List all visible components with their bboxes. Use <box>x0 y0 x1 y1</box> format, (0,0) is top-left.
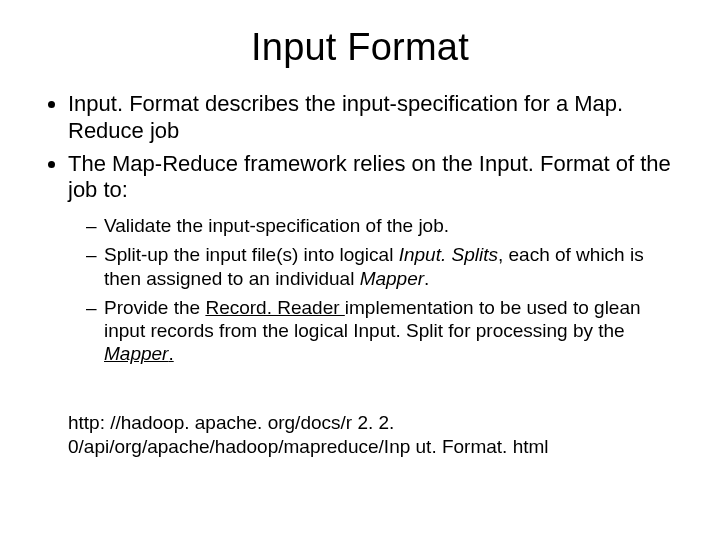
bullet-text: The Map-Reduce framework relies on the I… <box>68 151 671 203</box>
slide-title: Input Format <box>40 26 680 69</box>
link-text[interactable]: Mapper <box>104 343 168 364</box>
bullet-text: Input. Format describes the input-specif… <box>68 91 623 143</box>
sub-bullet-text: . <box>424 268 429 289</box>
sub-bullet-1: Validate the input-specification of the … <box>104 214 680 237</box>
italic-text: Mapper <box>360 268 424 289</box>
sub-bullet-list: Validate the input-specification of the … <box>86 214 680 365</box>
bullet-list: Input. Format describes the input-specif… <box>46 91 680 365</box>
sub-bullet-text: . <box>168 343 173 364</box>
italic-text: Input. Splits <box>399 244 498 265</box>
sub-bullet-3: Provide the Record. Reader implementatio… <box>104 296 680 366</box>
sub-bullet-2: Split-up the input file(s) into logical … <box>104 243 680 289</box>
bullet-item-1: Input. Format describes the input-specif… <box>68 91 680 145</box>
sub-bullet-text: Validate the input-specification of the … <box>104 215 449 236</box>
footer-url: http: //hadoop. apache. org/docs/r 2. 2.… <box>68 411 660 457</box>
link-text[interactable]: Record. Reader <box>205 297 344 318</box>
slide: Input Format Input. Format describes the… <box>0 0 720 540</box>
sub-bullet-text: Split-up the input file(s) into logical <box>104 244 399 265</box>
sub-bullet-text: Provide the <box>104 297 205 318</box>
bullet-item-2: The Map-Reduce framework relies on the I… <box>68 151 680 366</box>
